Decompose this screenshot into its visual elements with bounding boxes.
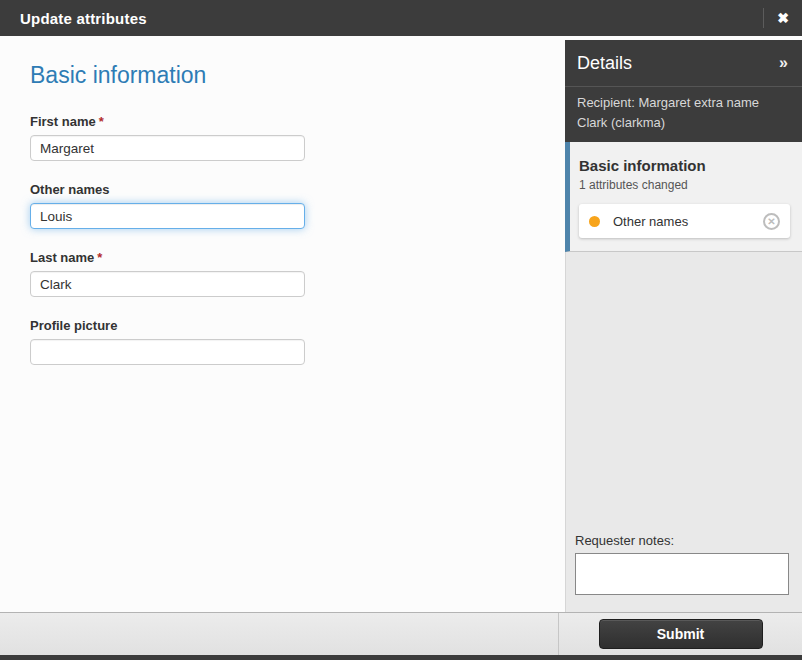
first-name-label: First name*	[30, 114, 305, 129]
recipient-info: Recipient: Margaret extra name Clark (cl…	[565, 86, 802, 142]
first-name-input[interactable]	[30, 135, 305, 161]
requester-notes-area: Requester notes:	[566, 533, 802, 612]
attributes-form: Basic information First name* Other name…	[0, 36, 565, 612]
update-attributes-modal: Update attributes ✖ Basic information Fi…	[0, 0, 802, 660]
last-name-label-text: Last name	[30, 250, 94, 265]
first-name-label-text: First name	[30, 114, 96, 129]
last-name-label: Last name*	[30, 250, 305, 265]
other-names-label: Other names	[30, 182, 305, 197]
changed-attribute-label: Other names	[613, 214, 688, 229]
bottom-edge-bar	[0, 655, 802, 660]
profile-picture-label: Profile picture	[30, 318, 305, 333]
field-row-first-name: First name*	[30, 114, 305, 161]
changed-status-dot	[589, 216, 600, 227]
details-panel: Details » Recipient: Margaret extra name…	[565, 40, 802, 612]
modal-title: Update attributes	[0, 10, 147, 27]
last-name-input[interactable]	[30, 271, 305, 297]
requester-notes-label: Requester notes:	[575, 533, 789, 548]
profile-picture-input[interactable]	[30, 339, 305, 365]
modal-titlebar: Update attributes ✖	[0, 0, 802, 36]
modal-body: Basic information First name* Other name…	[0, 36, 802, 612]
modal-footer: Submit	[0, 612, 802, 655]
field-row-other-names: Other names	[30, 182, 305, 229]
titlebar-right: ✖	[763, 0, 802, 36]
required-marker: *	[97, 250, 102, 265]
details-panel-header: Details »	[565, 40, 802, 86]
panel-spacer	[566, 252, 802, 533]
requester-notes-input[interactable]	[575, 553, 789, 595]
footer-right: Submit	[558, 613, 802, 655]
field-row-last-name: Last name*	[30, 250, 305, 297]
circle-x-icon[interactable]: ✕	[763, 213, 780, 230]
form-section-heading: Basic information	[30, 62, 565, 89]
changed-attributes-section: Basic information 1 attributes changed O…	[565, 142, 802, 252]
changes-section-heading: Basic information	[579, 157, 790, 174]
required-marker: *	[99, 114, 104, 129]
changes-summary: 1 attributes changed	[579, 178, 790, 192]
changed-attribute-item: Other names ✕	[579, 204, 790, 238]
field-row-profile-picture: Profile picture	[30, 318, 305, 365]
collapse-panel-icon[interactable]: »	[779, 55, 788, 71]
close-icon[interactable]: ✖	[764, 0, 802, 36]
other-names-input[interactable]	[30, 203, 305, 229]
other-names-label-text: Other names	[30, 182, 109, 197]
details-title: Details	[577, 53, 632, 74]
submit-button[interactable]: Submit	[599, 619, 763, 649]
profile-picture-label-text: Profile picture	[30, 318, 117, 333]
